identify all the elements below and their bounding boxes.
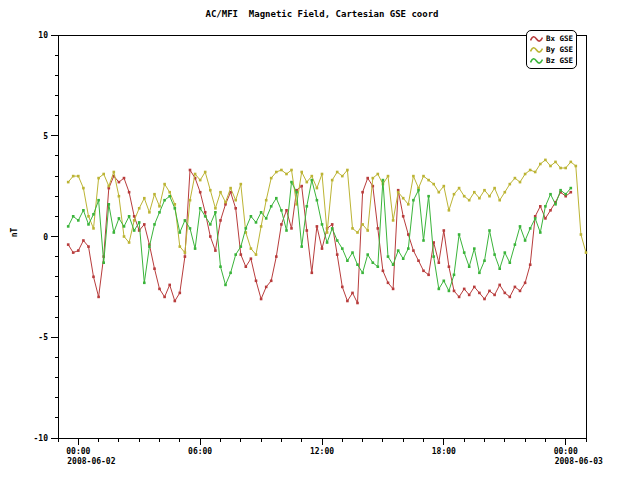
series-bx-gse-marker [204,211,207,214]
series-by-gse-marker [488,195,491,198]
series-bx-gse-marker [529,263,532,266]
series-by-gse-marker [148,211,151,214]
x-date-label: 2008-06-02 [67,457,115,466]
series-bx-gse-marker [300,185,303,188]
series-bz-gse-marker [214,211,217,214]
series-bz-gse-marker [422,239,425,242]
series-by-gse-marker [143,197,146,200]
series-by-gse-marker [402,197,405,200]
series-by-gse-marker [519,181,522,184]
series-bx-gse-marker [473,286,476,289]
series-bz-gse-marker [397,249,400,252]
series-bx-gse-marker [214,249,217,252]
series-by-gse-marker [168,191,171,194]
series-bz-gse-marker [97,199,100,202]
series-by-gse-marker [82,187,85,190]
series-bx-gse-marker [570,191,573,194]
series-bx-gse-marker [306,229,309,232]
series-bx-gse-marker [544,217,547,220]
series-by-gse-marker [341,175,344,178]
series-bz-gse-marker [427,195,430,198]
series-bx-gse-marker [240,253,243,256]
series-bx-gse-marker [448,265,451,268]
series-bz-gse-marker [300,245,303,248]
series-bx-gse-marker [468,294,471,297]
x-tick-label: 00:00 [66,447,90,456]
series-by-gse-marker [311,175,314,178]
series-by-gse-marker [240,183,243,186]
series-bz-gse-marker [351,251,354,254]
series-bz-gse-marker [118,217,121,220]
series-bz-gse-marker [255,221,258,224]
series-bz-gse-marker [336,239,339,242]
series-by-gse-marker [453,193,456,196]
series-bz-gse-marker [448,290,451,293]
series-bz-gse-marker [382,179,385,182]
series-bz-gse-marker [387,255,390,258]
y-tick-label: 10 [38,31,48,40]
series-bx-gse-marker [387,282,390,285]
series-by-gse-marker [356,231,359,234]
series-by-gse-marker [361,223,364,226]
series-bx-gse-marker [128,191,131,194]
series-by-gse-marker [377,173,380,176]
y-tick-label: 0 [43,233,48,242]
series-by-gse-marker [443,185,446,188]
series-bz-gse-marker [402,257,405,260]
series-bz-gse-marker [539,231,542,234]
legend: Bx GSEBy GSEBz GSE [526,30,577,69]
series-bx-gse-marker [92,276,95,279]
legend-item-bx-gse: Bx GSE [530,33,573,44]
series-bz-gse-marker [514,243,517,246]
series-bz-gse-marker [570,187,573,190]
series-by-gse-marker [270,177,273,180]
series-bz-gse-marker [372,261,375,264]
series-bx-gse-marker [179,292,182,295]
series-by-gse-marker [331,179,334,182]
series-bz-gse-marker [438,288,441,291]
series-bx-gse-marker [453,290,456,293]
series-by-gse-marker [285,173,288,176]
series-by-gse-line [68,160,586,255]
series-bz-gse-marker [143,282,146,285]
series-by-gse-marker [214,207,217,210]
series-bx-gse-marker [118,181,121,184]
series-bx-gse-marker [184,255,187,258]
series-bx-gse-marker [504,292,507,295]
series-bz-gse-marker [493,253,496,256]
series-bx-gse-marker [524,282,527,285]
series-by-gse-marker [392,219,395,222]
series-bx-gse-marker [341,286,344,289]
series-bz-gse-marker [168,195,171,198]
series-bx-gse-marker [265,286,268,289]
series-bx-gse-marker [422,270,425,273]
series-bx-gse-marker [199,191,202,194]
series-bx-gse-marker [270,280,273,283]
series-by-gse-marker [158,205,161,208]
series-bx-gse-marker [77,249,80,252]
series-by-gse-marker [265,199,268,202]
series-bz-gse-marker [529,227,532,230]
series-bx-gse-marker [285,209,288,212]
series-by-gse-marker [575,165,578,168]
series-by-gse-marker [250,247,253,250]
series-bz-gse-marker [504,251,507,254]
series-by-gse-marker [509,183,512,186]
series-bz-gse-marker [468,265,471,268]
series-bz-gse-marker [453,274,456,277]
series-by-gse-marker [92,227,95,230]
series-by-gse-marker [570,161,573,164]
series-bz-gse-marker [443,280,446,283]
series-by-gse-marker [493,187,496,190]
series-bz-gse-marker [509,261,512,264]
series-bz-gse-marker [265,217,268,220]
series-bz-gse-marker [234,253,237,256]
series-bz-gse-marker [341,247,344,250]
series-by-gse-marker [316,187,319,190]
legend-label: By GSE [546,44,573,55]
series-bx-gse-marker [316,225,319,228]
series-bz-gse-marker [290,181,293,184]
series-by-gse-marker [290,169,293,172]
series-by-gse-marker [67,181,70,184]
series-by-gse-marker [478,197,481,200]
